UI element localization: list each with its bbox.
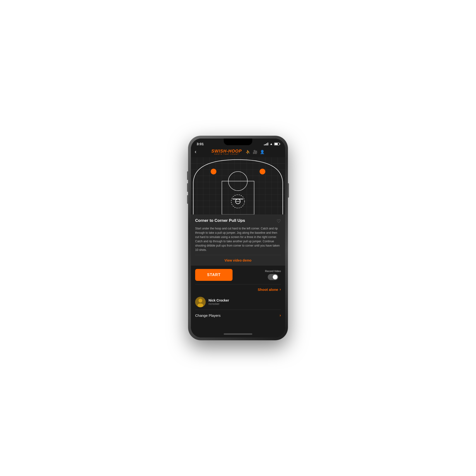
signal-icon [264, 143, 268, 145]
svg-rect-0 [191, 157, 285, 214]
chevron-right-icon: › [280, 287, 281, 291]
screen: 3:01 ▲ ‹ SWISH-HOOP SHOTS TH [191, 138, 285, 338]
basket-icon[interactable]: ⛹ [246, 150, 250, 154]
change-players-row[interactable]: Change Players › [191, 310, 285, 321]
shoot-alone-row[interactable]: Shoot alone › [191, 284, 285, 294]
wifi-icon: ▲ [270, 142, 273, 146]
status-icons: ▲ [264, 142, 279, 146]
record-toggle[interactable] [268, 274, 278, 280]
video-demo-link[interactable]: View video demo [195, 255, 281, 266]
record-label: Record Video [265, 270, 281, 272]
drill-title: Corner to Corner Pull Ups [195, 218, 245, 223]
svg-point-32 [199, 299, 202, 303]
toggle-knob [273, 275, 277, 279]
logo-area: SWISH-HOOP SHOTS THAT COUNT ⛹ 🎥 👤 [211, 149, 265, 155]
svg-point-30 [260, 169, 265, 174]
app-header: ‹ SWISH-HOOP SHOTS THAT COUNT ⛹ 🎥 👤 [191, 147, 285, 157]
start-section: START Record Video [191, 266, 285, 284]
drill-card-header: Corner to Corner Pull Ups ♡ [195, 218, 281, 224]
player-handle: ncrocker [208, 302, 229, 306]
court-diagram [191, 157, 285, 214]
logo-sub-text: SHOTS THAT COUNT [214, 153, 239, 155]
home-indicator [191, 332, 285, 338]
start-button[interactable]: START [195, 269, 233, 281]
phone-frame: 3:01 ▲ ‹ SWISH-HOOP SHOTS TH [188, 136, 288, 340]
shoot-alone-label: Shoot alone [258, 288, 278, 291]
video-icon[interactable]: 🎥 [253, 150, 257, 154]
back-button[interactable]: ‹ [195, 149, 196, 155]
player-row: Nick Crocker ncrocker [191, 294, 285, 310]
phone-inner: 3:01 ▲ ‹ SWISH-HOOP SHOTS TH [191, 138, 285, 338]
logo: SWISH-HOOP SHOTS THAT COUNT [211, 149, 242, 155]
change-players-label: Change Players [195, 313, 221, 318]
person-icon[interactable]: 👤 [260, 150, 265, 154]
drill-description: Start under the hoop and cut hard to the… [195, 226, 281, 252]
player-info: Nick Crocker ncrocker [208, 298, 229, 306]
status-bar: 3:01 ▲ [191, 138, 285, 147]
home-bar [224, 333, 252, 335]
svg-point-33 [198, 304, 203, 307]
change-players-chevron: › [280, 313, 281, 318]
header-icons: ⛹ 🎥 👤 [246, 150, 265, 154]
battery-icon [274, 143, 279, 145]
favorite-button[interactable]: ♡ [276, 218, 281, 224]
notch [224, 138, 252, 145]
player-avatar [195, 297, 206, 307]
logo-main-text: SWISH-HOOP [211, 149, 242, 154]
record-toggle-group: Record Video [265, 270, 281, 280]
drill-card: Corner to Corner Pull Ups ♡ Start under … [191, 214, 285, 266]
player-name: Nick Crocker [208, 298, 229, 302]
court-svg [191, 157, 285, 214]
status-time: 3:01 [197, 142, 204, 146]
svg-point-29 [211, 169, 216, 174]
